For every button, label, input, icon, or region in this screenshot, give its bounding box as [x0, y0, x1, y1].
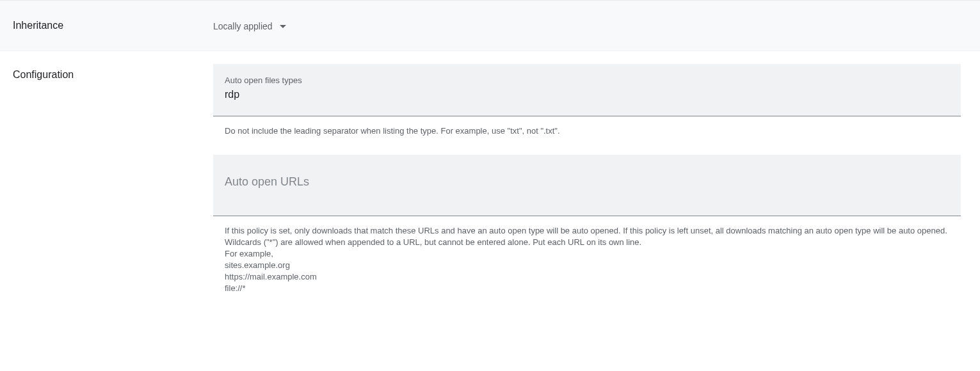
inheritance-section: Inheritance Locally applied [0, 0, 980, 51]
auto-open-file-types-field[interactable]: Auto open files types rdp [213, 64, 961, 116]
auto-open-file-types-label: Auto open files types [225, 75, 949, 85]
configuration-section: Configuration Auto open files types rdp … [0, 51, 980, 314]
auto-open-urls-placeholder: Auto open URLs [225, 175, 949, 189]
auto-open-urls-helper: If this policy is set, only downloads th… [213, 216, 961, 295]
dropdown-caret-icon [279, 24, 287, 29]
inheritance-dropdown[interactable]: Locally applied [213, 20, 287, 31]
inheritance-value: Locally applied [213, 21, 273, 31]
configuration-label: Configuration [0, 51, 213, 100]
auto-open-file-types-value: rdp [225, 89, 949, 100]
auto-open-urls-field[interactable]: Auto open URLs [213, 155, 961, 216]
auto-open-file-types-helper: Do not include the leading separator whe… [213, 116, 961, 137]
inheritance-label: Inheritance [0, 1, 213, 51]
